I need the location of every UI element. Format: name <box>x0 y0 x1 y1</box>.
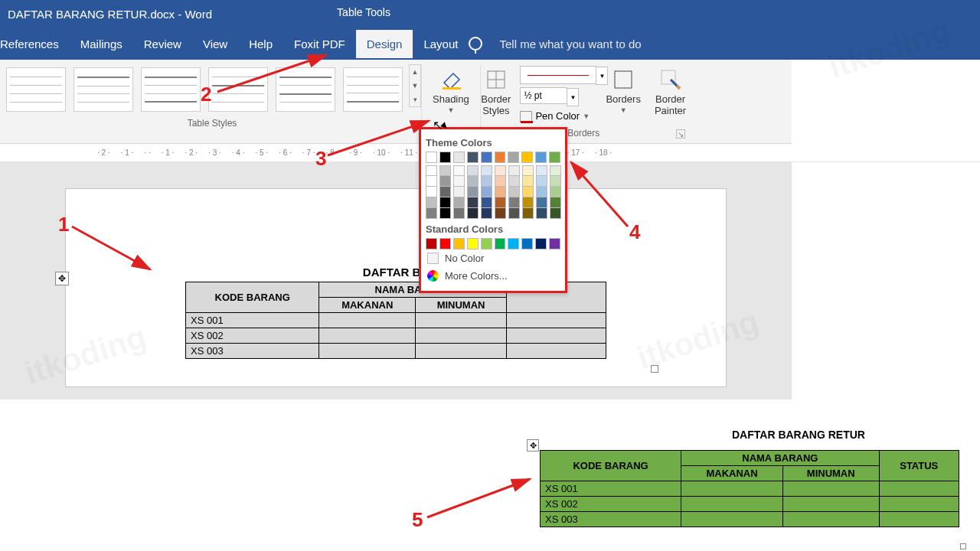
color-swatch[interactable] <box>495 208 506 219</box>
tab-view[interactable]: View <box>192 30 238 58</box>
color-swatch[interactable] <box>522 165 534 176</box>
color-swatch[interactable] <box>550 197 561 208</box>
table-style-option[interactable] <box>141 67 201 112</box>
color-swatch[interactable] <box>549 238 560 249</box>
color-swatch[interactable] <box>521 238 533 249</box>
table-cell[interactable] <box>879 481 959 497</box>
tab-design[interactable]: Design <box>356 30 413 58</box>
color-swatch[interactable] <box>535 152 547 163</box>
color-swatch[interactable] <box>481 176 492 187</box>
color-swatch[interactable] <box>426 176 437 187</box>
tab-mailings[interactable]: Mailings <box>70 30 133 58</box>
table-resize-handle[interactable] <box>960 543 966 549</box>
color-swatch[interactable] <box>426 197 437 208</box>
color-swatch[interactable] <box>495 152 506 163</box>
table-cell[interactable] <box>319 313 416 328</box>
main-table[interactable]: KODE BARANG NAMA BARANG MAKANAN MINUMAN … <box>185 282 606 359</box>
tell-me-search[interactable]: Tell me what you want to do <box>499 37 641 51</box>
table-cell[interactable] <box>681 512 783 527</box>
color-swatch[interactable] <box>481 197 492 208</box>
table-style-option[interactable] <box>74 67 133 112</box>
chevron-down-icon[interactable]: ▼ <box>596 67 608 85</box>
color-swatch[interactable] <box>453 208 465 219</box>
table-header-minuman[interactable]: MINUMAN <box>416 298 507 313</box>
table-resize-handle[interactable] <box>651 365 658 373</box>
color-swatch[interactable] <box>508 238 519 249</box>
color-swatch[interactable] <box>426 208 437 219</box>
table-cell[interactable]: XS 003 <box>541 512 681 527</box>
table-style-option[interactable] <box>343 67 403 112</box>
color-swatch[interactable] <box>439 197 451 208</box>
color-swatch[interactable] <box>467 238 479 249</box>
gallery-down-icon[interactable]: ▼ <box>410 79 420 93</box>
gallery-up-icon[interactable]: ▲ <box>410 65 420 79</box>
color-swatch[interactable] <box>467 197 479 208</box>
color-swatch[interactable] <box>508 165 520 176</box>
tab-layout[interactable]: Layout <box>413 30 469 58</box>
color-swatch[interactable] <box>508 197 520 208</box>
chevron-down-icon[interactable]: ▼ <box>447 106 454 114</box>
table-header-makanan[interactable]: MAKANAN <box>319 298 416 313</box>
shading-button[interactable]: Shading ▼ <box>428 64 474 117</box>
color-swatch[interactable] <box>453 176 465 187</box>
color-swatch[interactable] <box>522 187 534 197</box>
color-swatch[interactable] <box>495 187 506 197</box>
chevron-down-icon[interactable]: ▼ <box>583 112 590 120</box>
table-header-kode[interactable]: KODE BARANG <box>186 282 319 313</box>
gallery-scroll[interactable]: ▲ ▼ ▾ <box>409 64 421 107</box>
color-swatch[interactable] <box>439 176 451 187</box>
table-cell[interactable] <box>681 497 783 512</box>
table-style-option[interactable] <box>208 67 268 112</box>
color-swatch[interactable] <box>536 208 547 219</box>
color-swatch[interactable] <box>508 187 520 197</box>
color-swatch[interactable] <box>535 238 547 249</box>
table-cell[interactable] <box>416 313 507 328</box>
color-swatch[interactable] <box>536 176 547 187</box>
color-swatch[interactable] <box>495 197 506 208</box>
table-header-nama[interactable]: NAMA BARANG <box>681 451 879 466</box>
table-cell[interactable] <box>319 328 416 344</box>
table-cell[interactable] <box>416 344 507 359</box>
color-swatch[interactable] <box>550 187 561 197</box>
color-swatch[interactable] <box>453 165 465 176</box>
table-header-status[interactable]: STATUS <box>879 451 959 481</box>
color-swatch[interactable] <box>481 208 492 219</box>
color-swatch[interactable] <box>467 187 479 197</box>
table-style-option[interactable] <box>276 67 335 112</box>
table-cell[interactable] <box>507 328 606 344</box>
table-cell[interactable]: XS 001 <box>186 313 319 328</box>
color-swatch[interactable] <box>439 238 451 249</box>
color-swatch[interactable] <box>481 238 492 249</box>
tab-review[interactable]: Review <box>133 30 192 58</box>
gallery-more-icon[interactable]: ▾ <box>410 93 420 106</box>
color-swatch[interactable] <box>495 165 506 176</box>
table-cell[interactable]: XS 001 <box>541 481 681 497</box>
table-header-kode[interactable]: KODE BARANG <box>541 451 681 481</box>
table-style-option[interactable] <box>6 67 66 112</box>
color-swatch[interactable] <box>521 152 533 163</box>
more-colors-item[interactable]: More Colors... <box>426 267 560 285</box>
chevron-down-icon[interactable]: ▼ <box>620 106 627 114</box>
table-cell[interactable] <box>879 512 959 527</box>
table-move-handle-icon[interactable]: ✥ <box>55 272 69 285</box>
border-styles-button[interactable]: Border Styles <box>476 64 515 119</box>
no-color-item[interactable]: No Color <box>426 249 560 267</box>
color-swatch[interactable] <box>508 176 520 187</box>
table-cell[interactable] <box>879 497 959 512</box>
table-move-handle-icon[interactable]: ✥ <box>527 439 539 452</box>
color-swatch[interactable] <box>426 152 437 163</box>
table-cell[interactable]: XS 002 <box>186 328 319 344</box>
color-swatch[interactable] <box>550 165 561 176</box>
table-cell[interactable] <box>782 481 879 497</box>
border-painter-button[interactable]: Border Painter <box>650 64 691 119</box>
tab-references[interactable]: References <box>0 30 70 58</box>
table-header-makanan[interactable]: MAKANAN <box>681 466 783 481</box>
color-swatch[interactable] <box>467 152 479 163</box>
table-cell[interactable] <box>782 497 879 512</box>
color-swatch[interactable] <box>453 238 465 249</box>
color-swatch[interactable] <box>453 152 465 163</box>
table-cell[interactable] <box>416 328 507 344</box>
table-cell[interactable] <box>782 512 879 527</box>
tab-foxit-pdf[interactable]: Foxit PDF <box>283 30 356 58</box>
color-swatch[interactable] <box>536 165 547 176</box>
